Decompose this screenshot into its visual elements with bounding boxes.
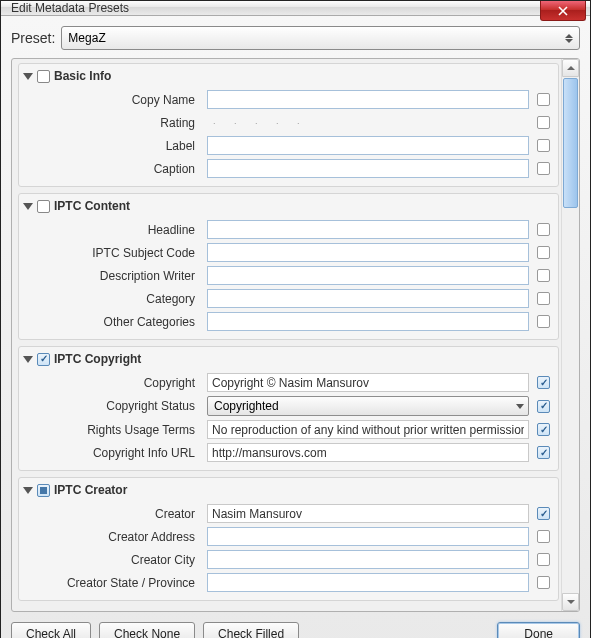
field-rights-usage: Rights Usage Terms (19, 418, 558, 441)
scrollbar-thumb[interactable] (563, 78, 578, 208)
disclosure-triangle-icon[interactable] (23, 356, 33, 363)
scroll-up-button[interactable] (562, 59, 579, 77)
fields-panel: Basic Info Copy Name Rating · · · · · La… (11, 58, 580, 612)
field-copyright-status: Copyright Status Copyrighted (19, 394, 558, 418)
description-writer-input[interactable] (207, 266, 529, 285)
other-categories-input[interactable] (207, 312, 529, 331)
headline-input[interactable] (207, 220, 529, 239)
field-label: Headline (19, 223, 199, 237)
row-checkbox[interactable] (537, 315, 550, 328)
row-checkbox[interactable] (537, 553, 550, 566)
field-label: Label (19, 134, 558, 157)
preset-row: Preset: MegaZ (11, 26, 580, 50)
field-other-categories: Other Categories (19, 310, 558, 333)
creator-state-input[interactable] (207, 573, 529, 592)
category-input[interactable] (207, 289, 529, 308)
section-checkbox[interactable] (37, 200, 50, 213)
field-label: Other Categories (19, 315, 199, 329)
close-button[interactable] (540, 1, 586, 21)
copyright-input[interactable] (207, 373, 529, 392)
field-copyright: Copyright (19, 371, 558, 394)
section-checkbox[interactable] (37, 353, 50, 366)
field-category: Category (19, 287, 558, 310)
row-checkbox[interactable] (537, 269, 550, 282)
section-checkbox[interactable] (37, 70, 50, 83)
field-subject-code: IPTC Subject Code (19, 241, 558, 264)
field-headline: Headline (19, 218, 558, 241)
field-creator-state: Creator State / Province (19, 571, 558, 594)
row-checkbox[interactable] (537, 400, 550, 413)
copyright-status-select[interactable]: Copyrighted (207, 396, 529, 416)
field-label: Copyright Info URL (19, 446, 199, 460)
done-button[interactable]: Done (497, 622, 580, 638)
row-checkbox[interactable] (537, 116, 550, 129)
field-label: Creator Address (19, 530, 199, 544)
field-label: Creator (19, 507, 199, 521)
row-checkbox[interactable] (537, 162, 550, 175)
field-label: Copy Name (19, 93, 199, 107)
chevron-up-icon (567, 66, 575, 70)
fields-scroll-area[interactable]: Basic Info Copy Name Rating · · · · · La… (12, 59, 561, 611)
rating-control[interactable]: · · · · · (207, 113, 529, 132)
caption-input[interactable] (207, 159, 529, 178)
preset-select[interactable]: MegaZ (61, 26, 580, 50)
row-checkbox[interactable] (537, 292, 550, 305)
field-label: Caption (19, 162, 199, 176)
row-checkbox[interactable] (537, 576, 550, 589)
section-iptc-content: IPTC Content Headline IPTC Subject Code … (18, 193, 559, 340)
row-checkbox[interactable] (537, 246, 550, 259)
preset-value: MegaZ (68, 31, 105, 45)
field-caption: Caption (19, 157, 558, 180)
row-checkbox[interactable] (537, 423, 550, 436)
field-label: Creator State / Province (19, 576, 199, 590)
scroll-down-button[interactable] (562, 593, 579, 611)
section-title: IPTC Copyright (54, 352, 141, 366)
section-title: IPTC Creator (54, 483, 127, 497)
titlebar[interactable]: Edit Metadata Presets (1, 1, 590, 16)
copyright-url-input[interactable] (207, 443, 529, 462)
check-all-button[interactable]: Check All (11, 622, 91, 638)
field-rating: Rating · · · · · (19, 111, 558, 134)
section-basic-info: Basic Info Copy Name Rating · · · · · La… (18, 63, 559, 187)
creator-city-input[interactable] (207, 550, 529, 569)
row-checkbox[interactable] (537, 507, 550, 520)
disclosure-triangle-icon[interactable] (23, 203, 33, 210)
row-checkbox[interactable] (537, 93, 550, 106)
field-creator: Creator (19, 502, 558, 525)
creator-input[interactable] (207, 504, 529, 523)
section-checkbox[interactable] (37, 484, 50, 497)
field-label: Copyright (19, 376, 199, 390)
creator-address-input[interactable] (207, 527, 529, 546)
field-label: IPTC Subject Code (19, 246, 199, 260)
dialog-window: Edit Metadata Presets Preset: MegaZ Basi… (0, 0, 591, 638)
section-header: Basic Info (19, 64, 558, 88)
disclosure-triangle-icon[interactable] (23, 73, 33, 80)
label-input[interactable] (207, 136, 529, 155)
dialog-content: Preset: MegaZ Basic Info Copy Name (1, 16, 590, 638)
vertical-scrollbar[interactable] (561, 59, 579, 611)
subject-code-input[interactable] (207, 243, 529, 262)
row-checkbox[interactable] (537, 530, 550, 543)
check-filled-button[interactable]: Check Filled (203, 622, 299, 638)
section-header: IPTC Creator (19, 478, 558, 502)
field-label: Rights Usage Terms (19, 423, 199, 437)
row-checkbox[interactable] (537, 223, 550, 236)
check-none-button[interactable]: Check None (99, 622, 195, 638)
field-label: Creator City (19, 553, 199, 567)
field-label: Label (19, 139, 199, 153)
chevron-down-icon (567, 600, 575, 604)
updown-icon (565, 34, 573, 43)
combo-value: Copyrighted (214, 399, 279, 413)
section-title: Basic Info (54, 69, 111, 83)
copy-name-input[interactable] (207, 90, 529, 109)
field-label: Category (19, 292, 199, 306)
field-creator-address: Creator Address (19, 525, 558, 548)
rights-usage-input[interactable] (207, 420, 529, 439)
field-copyright-url: Copyright Info URL (19, 441, 558, 464)
field-label: Copyright Status (19, 399, 199, 413)
disclosure-triangle-icon[interactable] (23, 487, 33, 494)
row-checkbox[interactable] (537, 446, 550, 459)
row-checkbox[interactable] (537, 376, 550, 389)
row-checkbox[interactable] (537, 139, 550, 152)
section-title: IPTC Content (54, 199, 130, 213)
